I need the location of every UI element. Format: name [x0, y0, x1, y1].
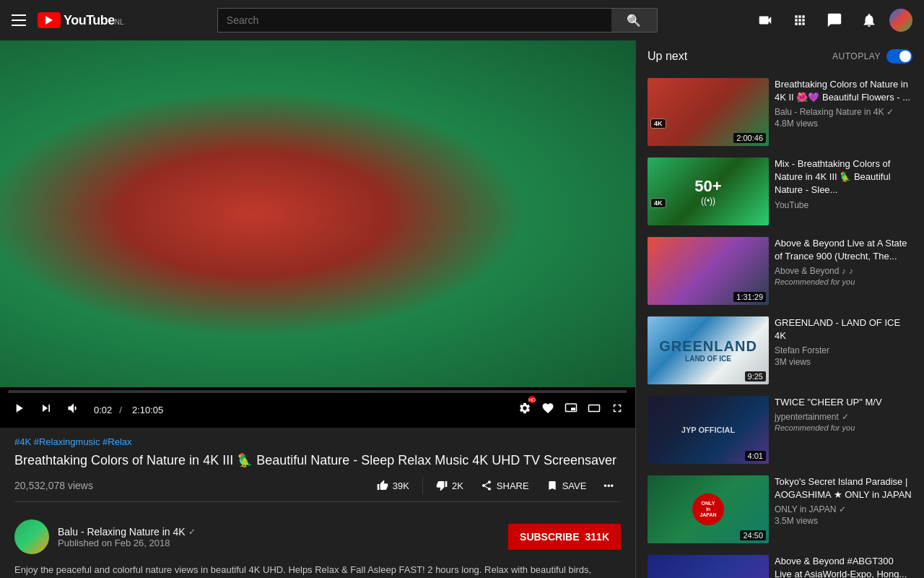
action-divider [422, 477, 423, 494]
dislike-count: 2K [452, 480, 463, 491]
card-info-2: Above & Beyond Live at A State of Trance… [775, 237, 912, 286]
fullscreen-button[interactable] [608, 399, 627, 420]
action-buttons: 39K 2K SHARE SAVE [370, 475, 621, 496]
sidebar-header: Up next AUTOPLAY [636, 40, 924, 72]
search-input[interactable] [217, 8, 611, 33]
card-title-5: Tokyo's Secret Island Paradise | AOGASHI… [775, 475, 912, 501]
subscribe-label: SUBSCRIBE [520, 531, 579, 543]
more-button[interactable]: ••• [596, 476, 621, 496]
card-meta-0: 4.8M views [775, 118, 912, 129]
video-frame [0, 40, 635, 387]
note-icon: ♪ [849, 266, 853, 276]
video-title: Breathtaking Colors of Nature in 4K III … [14, 452, 621, 470]
only-in-japan-badge: ONLYinJAPAN [692, 493, 724, 525]
card-info-4: TWICE "CHEER UP" M/V jypentertainment ✓ … [775, 396, 912, 432]
theater-button[interactable] [585, 399, 603, 420]
heart-button[interactable] [539, 399, 557, 420]
card-info-0: Breathtaking Colors of Nature in 4K II 🌺… [775, 78, 912, 129]
thumb-img-6 [648, 555, 769, 578]
search-bar [217, 8, 658, 33]
card-info-5: Tokyo's Secret Island Paradise | AOGASHI… [775, 475, 912, 526]
card-meta-3: 3M views [775, 357, 912, 367]
channel-name[interactable]: Balu - Relaxing Nature in 4K [58, 526, 186, 538]
main-content: 0:02 / 2:10:05 HD [0, 40, 924, 578]
sidebar-video-card-0[interactable]: 4K 2:00:46 Breathtaking Colors of Nature… [636, 72, 924, 152]
sidebar-video-card-1[interactable]: 4K 50+ ((•)) Mix - Breathtaking Colors o… [636, 152, 924, 231]
channel-left: Balu - Relaxing Nature in 4K ✓ Published… [14, 519, 196, 554]
duration-2: 1:31:29 [733, 292, 766, 302]
video-player[interactable] [0, 40, 635, 387]
yt-logo-text-wrap: YouTubeNL [64, 13, 124, 28]
share-button[interactable]: SHARE [474, 475, 536, 496]
video-tags[interactable]: #4K #Relaxingmusic #Relax [14, 436, 621, 447]
card-channel-3: Stefan Forster [775, 345, 912, 355]
notifications-icon[interactable] [855, 6, 884, 35]
video-section: 0:02 / 2:10:05 HD [0, 40, 635, 578]
card-channel-5: ONLY in JAPAN ✓ [775, 504, 912, 514]
card-channel-0: Balu - Relaxing Nature in 4K ✓ [775, 107, 912, 117]
card-meta-5: 3.5M views [775, 516, 912, 526]
thumb-5-wrap: ONLYinJAPAN 24:50 [648, 475, 769, 543]
svg-rect-2 [589, 405, 600, 412]
header: YouTubeNL [0, 0, 924, 40]
svg-rect-1 [571, 407, 575, 410]
camera-icon[interactable] [751, 6, 780, 35]
channel-avatar[interactable] [14, 519, 49, 554]
channel-date: Published on Feb 26, 2018 [58, 538, 196, 548]
dislike-button[interactable]: 2K [429, 475, 471, 496]
time-display: 0:02 [94, 405, 112, 415]
card-title-0: Breathtaking Colors of Nature in 4K II 🌺… [775, 78, 912, 104]
thumb-3-wrap: GREENLAND LAND OF ICE 9:25 [648, 316, 769, 384]
sidebar: Up next AUTOPLAY 4K 2:00:46 Breathtaking… [635, 40, 924, 578]
settings-button[interactable]: HD [515, 399, 534, 420]
save-button[interactable]: SAVE [539, 475, 594, 496]
yt-logo-icon [38, 12, 61, 28]
video-controls: 0:02 / 2:10:05 HD [0, 393, 635, 428]
card-info-6: Above & Beyond #ABGT300 Live at AsiaWorl… [775, 555, 912, 578]
duration-5: 24:50 [740, 530, 766, 540]
card-title-3: GREENLAND - LAND OF ICE 4K [775, 316, 912, 342]
card-channel-4: jypentertainment ✓ [775, 412, 912, 422]
messages-icon[interactable] [820, 6, 849, 35]
menu-button[interactable] [12, 14, 26, 26]
sidebar-video-card-4[interactable]: JYP OFFICIAL 4:01 TWICE "CHEER UP" M/V j… [636, 390, 924, 470]
miniplayer-button[interactable] [562, 399, 580, 420]
channel-name-row: Balu - Relaxing Nature in 4K ✓ [58, 526, 196, 538]
duration-4: 4:01 [745, 451, 766, 461]
sidebar-video-card-2[interactable]: 1:31:29 Above & Beyond Live at A State o… [636, 231, 924, 311]
thumb-0: 4K 2:00:46 [648, 78, 769, 146]
autoplay-row: AUTOPLAY [832, 49, 912, 64]
next-button[interactable] [36, 398, 56, 421]
save-label: SAVE [562, 480, 587, 491]
time-total: 2:10:05 [132, 405, 163, 415]
mix-badge: 50+ ((•)) [694, 177, 721, 206]
card-info-3: GREENLAND - LAND OF ICE 4K Stefan Forste… [775, 316, 912, 367]
play-button[interactable] [9, 398, 29, 421]
card-info-1: Mix - Breathtaking Colors of Nature in 4… [775, 158, 912, 212]
thumb-2-wrap: 1:31:29 [648, 237, 769, 305]
up-next-label: Up next [648, 50, 687, 63]
like-button[interactable]: 39K [370, 475, 417, 496]
view-count: 20,532,078 views [14, 480, 93, 491]
video-description: Enjoy the peaceful and colorful nature v… [0, 563, 635, 578]
video-stats-row: 20,532,078 views 39K 2K SHARE [14, 475, 621, 502]
duration-3: 9:25 [745, 371, 766, 381]
avatar[interactable] [889, 9, 912, 32]
sidebar-video-card-5[interactable]: ONLYinJAPAN 24:50 Tokyo's Secret Island … [636, 470, 924, 549]
sidebar-video-card-6[interactable]: Above & Beyond #ABGT300 Live at AsiaWorl… [636, 549, 924, 578]
apps-icon[interactable] [785, 6, 814, 35]
card-meta-2: Recommended for you [775, 277, 912, 286]
sidebar-video-card-3[interactable]: GREENLAND LAND OF ICE 9:25 GREENLAND - L… [636, 311, 924, 390]
autoplay-toggle[interactable] [886, 49, 912, 64]
channel-row: Balu - Relaxing Nature in 4K ✓ Published… [0, 519, 635, 563]
channel-details: Balu - Relaxing Nature in 4K ✓ Published… [58, 526, 196, 548]
yt-logo-country: NL [115, 18, 124, 26]
subscribe-button[interactable]: SUBSCRIBE 311K [508, 524, 621, 550]
header-left: YouTubeNL [12, 12, 124, 28]
volume-button[interactable] [64, 398, 84, 421]
youtube-logo[interactable]: YouTubeNL [38, 12, 124, 28]
card-title-1: Mix - Breathtaking Colors of Nature in 4… [775, 158, 912, 197]
search-button[interactable] [611, 8, 658, 33]
yt-logo-text: YouTube [64, 13, 115, 27]
like-count: 39K [393, 480, 409, 491]
